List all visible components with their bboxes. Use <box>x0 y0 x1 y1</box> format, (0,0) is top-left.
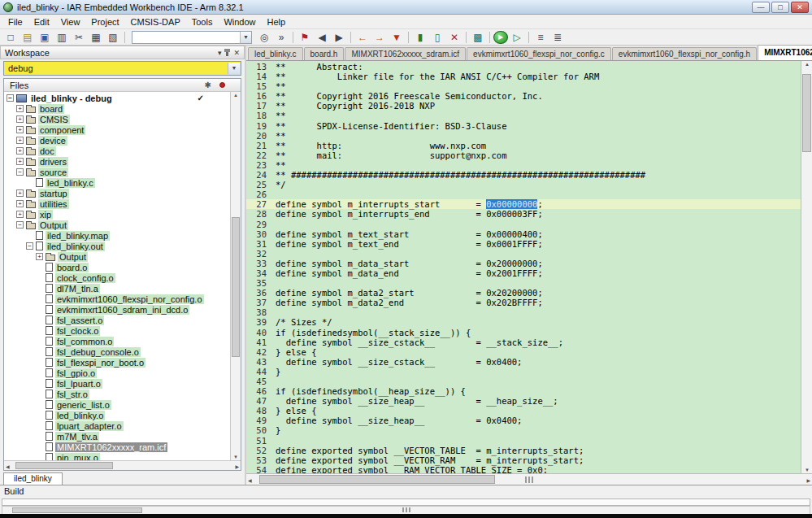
find-next-icon[interactable]: » <box>273 30 289 45</box>
make-icon[interactable]: ▮ <box>412 30 428 45</box>
expand-icon[interactable]: + <box>16 158 24 165</box>
menu-window[interactable]: Window <box>218 16 261 28</box>
code-line-42[interactable]: 42} else { <box>246 347 801 357</box>
editor-vertical-scrollbar[interactable]: ▲ ▼ <box>801 61 812 473</box>
scrollbar-thumb[interactable] <box>12 507 142 513</box>
tree-item-device[interactable]: +device <box>4 135 230 146</box>
code-line-41[interactable]: 41 define symbol __size_cstack__ = __sta… <box>246 337 801 347</box>
code-line-26[interactable]: 26 <box>246 189 801 199</box>
gear-icon[interactable]: ✱ <box>205 81 211 89</box>
code-line-22[interactable]: 22** mail: support@nxp.com <box>246 150 801 160</box>
scroll-down-icon[interactable]: ▼ <box>233 455 238 459</box>
tree-item-dl7m-tln-a[interactable]: dl7M_tln.a <box>4 283 230 294</box>
tree-item-output[interactable]: +Output <box>4 251 230 262</box>
download-and-debug-icon[interactable]: ▶ <box>493 31 508 44</box>
code-line-34[interactable]: 34define symbol m_data_end = 0x2001FFFF; <box>246 268 801 278</box>
splitter-grip[interactable] <box>402 507 410 512</box>
tree-item-pin-mux-o[interactable]: pin_mux.o <box>4 452 230 460</box>
code-line-24[interactable]: 24** ###################################… <box>246 170 801 180</box>
tree-item-component[interactable]: +component <box>4 124 230 135</box>
code-line-52[interactable]: 52define exported symbol __VECTOR_TABLE … <box>246 446 801 455</box>
tree-item-led-blinky-c[interactable]: led_blinky.c <box>4 177 230 188</box>
go-to-definition-icon[interactable]: ▼ <box>389 30 405 45</box>
tree-item-iled-blinky-debug[interactable]: −iled_blinky - debug✓ <box>4 93 230 103</box>
previous-bookmark-icon[interactable]: ◀ <box>314 30 330 45</box>
editor-tab-evkmimxrt1060-flexspi-nor-config-h[interactable]: evkmimxrt1060_flexspi_nor_config.h <box>612 47 757 60</box>
code-line-23[interactable]: 23** <box>246 160 801 170</box>
collapse-icon[interactable]: − <box>16 221 24 229</box>
code-line-18[interactable]: 18** <box>246 111 801 120</box>
window-layout-icon[interactable]: ≣ <box>549 30 566 45</box>
new-document-icon[interactable]: □ <box>2 30 19 45</box>
navigate-backward-icon[interactable]: ← <box>354 30 371 45</box>
code-line-47[interactable]: 47 define symbol __size_heap__ = __heap_… <box>246 396 801 406</box>
scroll-left-icon[interactable]: ◀ <box>6 464 10 469</box>
code-line-28[interactable]: 28define symbol m_interrupts_end = 0x000… <box>246 209 801 219</box>
tree-item-fsl-str-o[interactable]: fsl_str.o <box>4 389 230 399</box>
code-line-48[interactable]: 48} else { <box>246 406 801 416</box>
code-line-32[interactable]: 32 <box>246 249 801 259</box>
tree-item-fsl-clock-o[interactable]: fsl_clock.o <box>4 325 230 336</box>
editor-tab-board-h[interactable]: board.h <box>304 47 345 60</box>
next-bookmark-icon[interactable]: ▶ <box>331 30 347 45</box>
code-line-35[interactable]: 35 <box>246 278 801 288</box>
code-line-45[interactable]: 45 <box>246 377 801 386</box>
collapse-icon[interactable]: − <box>26 242 33 250</box>
scrollbar-thumb[interactable] <box>802 74 811 152</box>
tree-item-cmsis[interactable]: +CMSIS <box>4 114 230 124</box>
code-line-49[interactable]: 49 define symbol __size_heap__ = 0x0400; <box>246 416 801 425</box>
tree-item-iled-blinky-map[interactable]: iled_blinky.map <box>4 230 230 241</box>
scroll-up-icon[interactable]: ▲ <box>805 62 810 67</box>
scroll-down-icon[interactable]: ▼ <box>805 468 810 472</box>
save-icon[interactable]: ▣ <box>37 30 53 45</box>
code-line-33[interactable]: 33define symbol m_data_start = 0x2000000… <box>246 259 801 268</box>
expand-icon[interactable]: + <box>16 126 24 133</box>
menu-tools[interactable]: Tools <box>186 16 219 28</box>
stop-build-icon[interactable]: ✕ <box>446 30 462 45</box>
tree-item-xip[interactable]: +xip <box>4 209 230 220</box>
scrollbar-thumb[interactable] <box>232 217 240 357</box>
expand-icon[interactable]: + <box>36 253 43 260</box>
scroll-up-icon[interactable]: ▲ <box>233 93 238 98</box>
debug-without-downloading-icon[interactable]: ▷ <box>509 30 525 45</box>
code-line-30[interactable]: 30define symbol m_text_start = 0x0000040… <box>246 229 801 239</box>
build-panel-title[interactable]: Build <box>0 485 812 498</box>
pin-icon[interactable] <box>226 49 228 56</box>
code-line-25[interactable]: 25*/ <box>246 180 801 189</box>
expand-icon[interactable]: + <box>16 200 24 207</box>
menu-view[interactable]: View <box>55 16 86 28</box>
expand-icon[interactable]: + <box>16 189 24 197</box>
expand-icon[interactable]: + <box>16 147 24 155</box>
tree-item-evkmimxrt1060-flexspi-nor-config-o[interactable]: evkmimxrt1060_flexspi_nor_config.o <box>4 294 230 304</box>
files-column-header[interactable]: Files ✱ <box>4 79 241 92</box>
tree-item-output[interactable]: −Output <box>4 220 230 230</box>
collapse-icon[interactable]: − <box>7 94 14 102</box>
cmsis-manager-icon[interactable]: ▩ <box>470 30 486 45</box>
tree-item-fsl-common-o[interactable]: fsl_common.o <box>4 336 230 346</box>
code-line-39[interactable]: 39/* Sizes */ <box>246 317 801 327</box>
editor-tab-led-blinky-c[interactable]: led_blinky.c <box>248 47 303 60</box>
code-line-13[interactable]: 13** Abstract: <box>246 62 801 72</box>
minimize-button[interactable]: — <box>752 2 770 13</box>
tree-item-startup[interactable]: +startup <box>4 188 230 198</box>
editor-tab-mimxrt1062xxxxx-sdram-icf[interactable]: MIMXRT1062xxxxx_sdram.icf <box>345 47 466 60</box>
workspace-tab-iled-blinky[interactable]: iled_blinky <box>3 472 63 485</box>
menu-help[interactable]: Help <box>262 16 292 28</box>
code-line-21[interactable]: 21** http: www.nxp.com <box>246 141 801 150</box>
code-line-54[interactable]: 54define exported symbol __RAM_VECTOR_TA… <box>246 465 801 473</box>
close-button[interactable]: ✕ <box>791 2 809 13</box>
menu-edit[interactable]: Edit <box>28 16 55 28</box>
code-line-16[interactable]: 16** Copyright 2016 Freescale Semiconduc… <box>246 91 801 101</box>
tree-item-board-o[interactable]: board.o <box>4 262 230 272</box>
cut-icon[interactable]: ✂ <box>71 30 87 45</box>
code-line-40[interactable]: 40if (isdefinedsymbol(__stack_size__)) { <box>246 328 801 337</box>
scroll-right-icon[interactable]: ▶ <box>806 477 810 483</box>
tree-item-mimxrt1062xxxxx-ram-icf[interactable]: MIMXRT1062xxxxx_ram.icf <box>4 442 230 452</box>
expand-icon[interactable]: + <box>16 137 24 144</box>
tree-item-fsl-flexspi-nor-boot-o[interactable]: fsl_flexspi_nor_boot.o <box>4 357 230 368</box>
code-line-36[interactable]: 36define symbol m_data2_start = 0x202000… <box>246 288 801 298</box>
chevron-down-icon[interactable]: ▼ <box>240 32 251 43</box>
scrollbar-thumb[interactable] <box>259 475 495 484</box>
compile-icon[interactable]: ▯ <box>429 30 445 45</box>
tree-horizontal-scrollbar[interactable]: ◀ ▶ <box>4 460 241 470</box>
